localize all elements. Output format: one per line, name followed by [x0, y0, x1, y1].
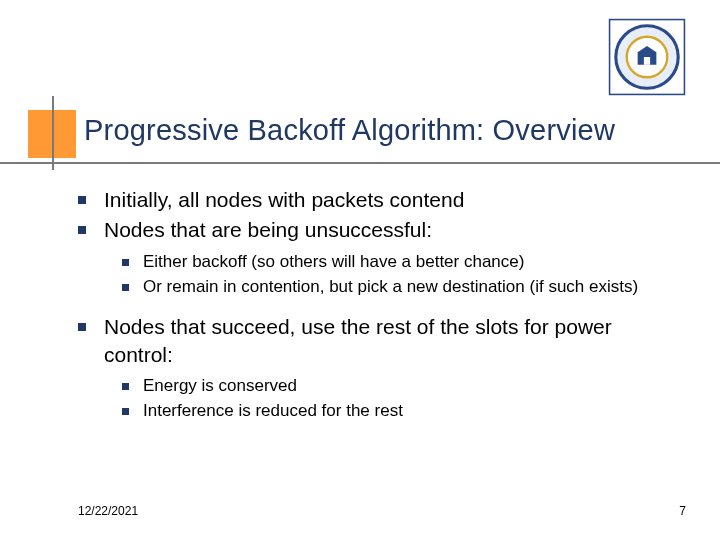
slide-title: Progressive Backoff Algorithm: Overview	[84, 114, 615, 147]
bullet-text: Either backoff (so others will have a be…	[143, 251, 524, 274]
bullet-text: Nodes that are being unsuccessful:	[104, 216, 432, 244]
square-bullet-icon	[122, 383, 129, 390]
bullet-level1: Nodes that succeed, use the rest of the …	[78, 313, 680, 370]
sub-bullet-group: Energy is conserved Interference is redu…	[122, 375, 680, 423]
square-bullet-icon	[122, 284, 129, 291]
bullet-level2: Energy is conserved	[122, 375, 680, 398]
bullet-level2: Interference is reduced for the rest	[122, 400, 680, 423]
bullet-text: Initially, all nodes with packets conten…	[104, 186, 464, 214]
svg-rect-3	[644, 57, 650, 65]
square-bullet-icon	[122, 408, 129, 415]
bullet-level2: Either backoff (so others will have a be…	[122, 251, 680, 274]
slide: { "title": "Progressive Backoff Algorith…	[0, 0, 720, 540]
bullet-level1: Initially, all nodes with packets conten…	[78, 186, 680, 214]
sub-bullet-group: Either backoff (so others will have a be…	[122, 251, 680, 299]
square-bullet-icon	[78, 196, 86, 204]
bullet-text: Nodes that succeed, use the rest of the …	[104, 313, 680, 370]
bullet-text: Energy is conserved	[143, 375, 297, 398]
slide-body: Initially, all nodes with packets conten…	[78, 186, 680, 437]
square-bullet-icon	[78, 323, 86, 331]
bullet-text: Interference is reduced for the rest	[143, 400, 403, 423]
square-bullet-icon	[78, 226, 86, 234]
bullet-level2: Or remain in contention, but pick a new …	[122, 276, 680, 299]
footer-page-number: 7	[679, 504, 686, 518]
university-crest-icon	[608, 18, 686, 96]
footer-date: 12/22/2021	[78, 504, 138, 518]
bullet-level1: Nodes that are being unsuccessful:	[78, 216, 680, 244]
accent-hline	[0, 162, 720, 164]
square-bullet-icon	[122, 259, 129, 266]
bullet-text: Or remain in contention, but pick a new …	[143, 276, 638, 299]
accent-vline	[52, 96, 54, 170]
